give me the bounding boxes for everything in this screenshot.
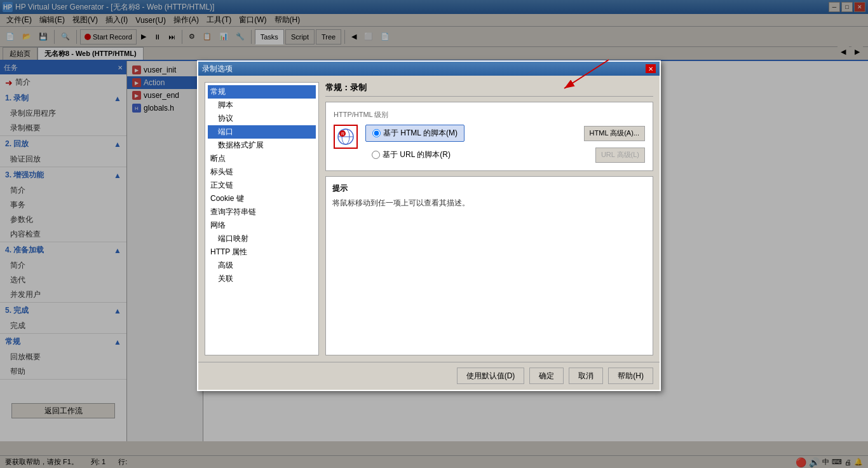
html-option-label: 基于 HTML 的脚本(M) [383,128,458,139]
svg-text:R: R [341,132,344,136]
svg-line-1 [564,60,609,88]
help-button[interactable]: 帮助(H) [608,368,653,384]
modal-overlay: 录制选项 ✕ 常规 脚本 协议 端口 数据格式扩展 断点 标头链 正文链 Coo… [0,0,868,468]
html-level-icon: R [334,125,358,149]
tree-node-correlation[interactable]: 关联 [208,272,316,286]
url-option-label: 基于 URL 的脚本(R) [383,149,451,160]
tree-node-port-map[interactable]: 端口映射 [208,232,316,245]
cancel-button[interactable]: 取消 [569,368,603,384]
tree-node-body-chain[interactable]: 正文链 [208,179,316,192]
dialog-close-button[interactable]: ✕ [646,64,656,73]
globe-icon: R [336,127,355,146]
option1-row: 基于 HTML 的脚本(M) HTML 高级(A)... [365,125,645,142]
url-option-radio[interactable]: 基于 URL 的脚本(R) [365,147,457,163]
tree-node-script[interactable]: 脚本 [208,99,316,112]
use-default-button[interactable]: 使用默认值(D) [457,368,525,384]
url-advanced-button[interactable]: URL 高级(L) [595,148,645,163]
hint-text: 将鼠标移动到任一项上可以查看其描述。 [332,198,646,209]
tree-node-data-format[interactable]: 数据格式扩展 [208,139,316,152]
html-advanced-button[interactable]: HTML 高级(A)... [584,126,645,141]
tree-node-port[interactable]: 端口 [208,125,316,139]
tree-node-http-attr[interactable]: HTTP 属性 [208,245,316,259]
tree-node-network[interactable]: 网络 [208,219,316,232]
html-radio-input[interactable] [372,129,381,137]
url-radio-input[interactable] [372,151,380,159]
recording-options-dialog: 录制选项 ✕ 常规 脚本 协议 端口 数据格式扩展 断点 标头链 正文链 Coo… [197,60,661,391]
html-options-container: R 基于 HTML 的脚本(M) [334,125,645,163]
dialog-right-panel: 常规：录制 HTTP/HTML 级别 [325,82,653,355]
dialog-body: 常规 脚本 协议 端口 数据格式扩展 断点 标头链 正文链 Cookie 键 查… [198,76,660,362]
hint-section: 提示 将鼠标移动到任一项上可以查看其描述。 [325,176,653,355]
dialog-tree-panel: 常规 脚本 协议 端口 数据格式扩展 断点 标头链 正文链 Cookie 键 查… [205,82,319,355]
html-option-radio[interactable]: 基于 HTML 的脚本(M) [365,125,465,142]
tree-node-advanced[interactable]: 高级 [208,259,316,272]
tree-node-breakpoint[interactable]: 断点 [208,152,316,165]
tree-node-query-string[interactable]: 查询字符串链 [208,205,316,219]
html-level-icon-container: R [334,125,358,149]
tree-node-protocol[interactable]: 协议 [208,112,316,125]
dialog-section-title: 常规：录制 [325,82,653,97]
option2-row: 基于 URL 的脚本(R) URL 高级(L) [365,147,645,163]
tree-node-general[interactable]: 常规 [208,85,316,99]
html-level-section: HTTP/HTML 级别 [325,102,653,171]
ok-button[interactable]: 确定 [529,368,564,384]
dialog-title: 录制选项 [202,64,233,74]
tree-node-cookie-key[interactable]: Cookie 键 [208,192,316,205]
tree-node-header-chain[interactable]: 标头链 [208,165,316,179]
annotation-arrow [545,57,621,95]
radio-options: 基于 HTML 的脚本(M) HTML 高级(A)... 基于 [365,125,645,163]
html-level-label: HTTP/HTML 级别 [334,110,645,120]
hint-title: 提示 [332,183,646,194]
dialog-footer: 使用默认值(D) 确定 取消 帮助(H) [198,362,660,389]
